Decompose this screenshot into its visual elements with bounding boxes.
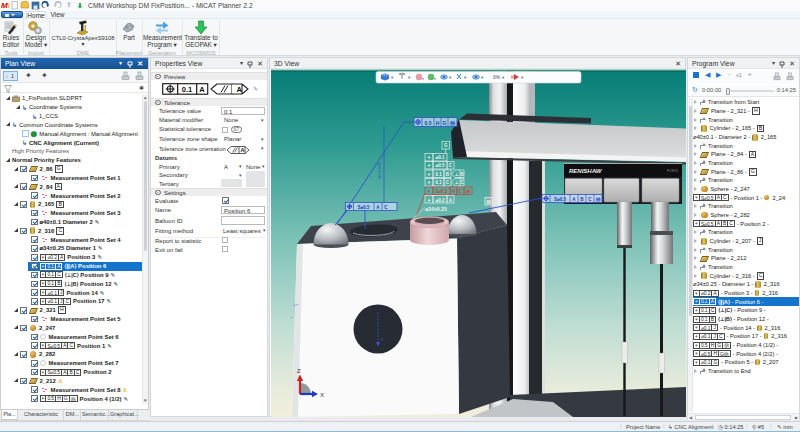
svg-text:Ⓜ: Ⓜ xyxy=(450,120,455,127)
svg-text:Ⓜ: Ⓜ xyxy=(596,196,601,203)
svg-text:⌀34±0.25: ⌀34±0.25 xyxy=(425,206,447,212)
svg-text:▾: ▾ xyxy=(422,77,424,81)
svg-text:FCR25: FCR25 xyxy=(667,169,678,173)
svg-text:A: A xyxy=(199,85,205,94)
svg-text:0.1: 0.1 xyxy=(435,172,442,177)
svg-text:H: H xyxy=(436,120,440,126)
svg-text:⌀0.1: ⌀0.1 xyxy=(435,155,445,160)
svg-text:0.1: 0.1 xyxy=(435,180,442,185)
svg-text:⌀0.2: ⌀0.2 xyxy=(435,198,445,203)
svg-text:0.1: 0.1 xyxy=(182,85,192,94)
svg-text:X: X xyxy=(320,392,324,398)
svg-text:A: A xyxy=(241,147,245,153)
svg-text:▾: ▾ xyxy=(434,77,436,81)
svg-text:⌖: ⌖ xyxy=(427,171,431,177)
svg-text:⌀0.5: ⌀0.5 xyxy=(435,163,445,168)
svg-text:S⌀0.5: S⌀0.5 xyxy=(357,205,370,210)
svg-text:S⌀0.5: S⌀0.5 xyxy=(435,189,448,194)
svg-text:Ⓜ: Ⓜ xyxy=(466,188,471,195)
svg-text:⊥×: ⊥× xyxy=(293,303,298,307)
svg-text:⊥: ⊥ xyxy=(455,180,459,185)
svg-text:0.5: 0.5 xyxy=(425,120,432,126)
svg-text:0%: 0% xyxy=(493,75,501,80)
svg-text:⊥: ⊥ xyxy=(455,172,459,177)
svg-text:12: 12 xyxy=(380,338,384,342)
svg-text:⌖: ⌖ xyxy=(427,188,431,194)
svg-text:G: G xyxy=(443,120,447,126)
svg-text:⌖: ⌖ xyxy=(427,197,431,203)
svg-text:G: G xyxy=(444,143,448,148)
svg-text:M: M xyxy=(487,200,491,205)
svg-text:⌖: ⌖ xyxy=(427,162,431,168)
svg-text:W0.5HGM: W0.5HGM xyxy=(378,162,382,179)
svg-text:⌖: ⌖ xyxy=(427,154,431,160)
svg-text:RENISHAW: RENISHAW xyxy=(569,168,603,174)
svg-text:⌖: ⌖ xyxy=(427,179,431,185)
svg-text:A: A xyxy=(237,85,243,94)
svg-text:Z: Z xyxy=(297,368,301,374)
svg-text:S⌀0.5: S⌀0.5 xyxy=(554,197,567,202)
